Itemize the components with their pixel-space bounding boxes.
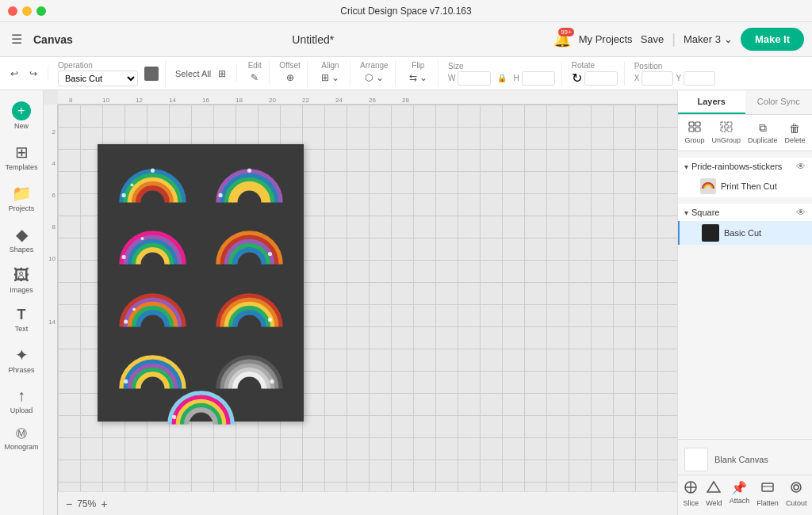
group-button[interactable]: Group xyxy=(681,120,707,146)
ruler-mark-12: 12 xyxy=(136,97,143,104)
arrange-button[interactable]: ⬡ ⌄ xyxy=(361,70,387,86)
zoom-in-button[interactable]: + xyxy=(101,498,107,510)
layer-group-pride: ▾ Pride-rainbows-stickers 👁 Print Then C… xyxy=(678,154,812,200)
sidebar-item-text[interactable]: T Text xyxy=(2,302,40,338)
delete-button[interactable]: 🗑 Delete xyxy=(781,120,808,146)
layer-item-basic-cut[interactable]: Basic Cut xyxy=(678,221,812,245)
rainbow-item-6 xyxy=(202,277,296,336)
hamburger-button[interactable]: ☰ xyxy=(8,29,25,50)
size-label: Size xyxy=(448,62,555,71)
svg-point-8 xyxy=(124,319,128,323)
ruler-v-14: 14 xyxy=(48,319,56,326)
position-y-input[interactable] xyxy=(684,71,715,86)
my-projects-button[interactable]: My Projects xyxy=(579,33,633,45)
svg-point-4 xyxy=(247,168,251,172)
pride-visibility-button[interactable]: 👁 xyxy=(796,161,806,172)
sidebar-item-shapes[interactable]: ◆ Shapes xyxy=(2,220,40,258)
svg-marker-25 xyxy=(707,482,720,492)
notification-button[interactable]: 🔔 99+ xyxy=(553,31,571,48)
select-all-button[interactable]: Select All xyxy=(175,69,211,78)
rotate-input[interactable] xyxy=(584,71,618,86)
ruler-mark-20: 20 xyxy=(269,97,276,104)
print-then-cut-thumb xyxy=(700,178,716,194)
edit-button[interactable]: ✎ xyxy=(247,70,262,86)
ruler-top: 8 10 12 14 16 18 20 22 24 26 28 xyxy=(58,90,677,105)
sidebar-item-new[interactable]: + New xyxy=(2,97,40,135)
redo-button[interactable]: ↪ xyxy=(25,66,41,82)
sidebar-item-projects-label: Projects xyxy=(9,204,35,212)
toolbar-edit: Edit ✎ xyxy=(247,61,270,86)
pride-group-name: Pride-rainbows-stickers xyxy=(691,162,793,171)
ruler-mark-14: 14 xyxy=(169,97,176,104)
svg-rect-16 xyxy=(689,128,694,132)
svg-point-5 xyxy=(121,255,125,259)
blank-canvas-thumb xyxy=(684,448,708,471)
canvas-grid[interactable] xyxy=(58,105,677,491)
chevron-down-icon: ▾ xyxy=(684,162,688,171)
offset-button[interactable]: ⊕ xyxy=(282,70,298,86)
rainbow-svg-5 xyxy=(111,280,194,332)
attach-button[interactable]: 📌 Attach xyxy=(726,479,753,509)
undo-button[interactable]: ↩ xyxy=(6,66,22,82)
toolbar-arrange: Arrange ⬡ ⌄ xyxy=(360,61,396,86)
tab-color-sync[interactable]: Color Sync xyxy=(745,90,813,114)
svg-rect-20 xyxy=(721,128,726,132)
zoom-out-button[interactable]: − xyxy=(66,498,72,510)
svg-point-3 xyxy=(218,193,222,197)
sidebar-item-upload[interactable]: ↑ Upload xyxy=(2,382,40,419)
machine-selector-button[interactable]: Maker 3 ⌄ xyxy=(684,33,733,45)
canvas-area[interactable]: 8 10 12 14 16 18 20 22 24 26 28 2 4 6 8 … xyxy=(44,90,677,515)
ruler-mark-26: 26 xyxy=(369,97,376,104)
rainbow-svg-6 xyxy=(208,280,291,332)
zoom-bar: − 75% + xyxy=(58,491,677,515)
maximize-button[interactable] xyxy=(36,6,46,16)
layer-group-square-header[interactable]: ▾ Square 👁 xyxy=(678,204,812,221)
weld-button[interactable]: Weld xyxy=(703,479,725,509)
position-label: Position xyxy=(634,62,715,71)
cutout-button[interactable]: Cutout xyxy=(783,479,810,509)
slice-icon xyxy=(684,480,698,498)
sidebar-item-new-label: New xyxy=(14,122,29,130)
sidebar-item-monogram[interactable]: Ⓜ Monogram xyxy=(2,422,40,456)
ruler-mark-18: 18 xyxy=(236,97,243,104)
size-width-input[interactable] xyxy=(458,71,491,86)
operation-select[interactable]: Basic Cut Print Then Cut Draw Score xyxy=(58,71,138,86)
layer-item-print-then-cut[interactable]: Print Then Cut xyxy=(678,175,812,197)
ruler-mark-8: 8 xyxy=(69,97,72,104)
rainbow-item-5 xyxy=(105,277,199,336)
operation-color-btn[interactable] xyxy=(144,67,159,81)
sidebar-item-templates[interactable]: ⊞ Templates xyxy=(2,138,40,176)
svg-point-28 xyxy=(791,483,801,492)
artboard[interactable] xyxy=(98,144,304,422)
slice-button[interactable]: Slice xyxy=(680,479,703,509)
tab-layers[interactable]: Layers xyxy=(678,90,745,114)
save-button[interactable]: Save xyxy=(641,33,665,45)
ruler-mark-22: 22 xyxy=(302,97,309,104)
select-all-icon-btn[interactable]: ⊞ xyxy=(214,66,230,82)
sidebar-item-projects[interactable]: 📁 Projects xyxy=(2,179,40,217)
ruler-v-6: 6 xyxy=(52,192,56,199)
close-button[interactable] xyxy=(8,6,17,16)
ungroup-button[interactable]: UnGroup xyxy=(708,120,744,146)
flip-button[interactable]: ⇆ ⌄ xyxy=(405,70,431,86)
align-button[interactable]: ⊞ ⌄ xyxy=(317,70,343,86)
weld-label: Weld xyxy=(706,499,722,507)
size-height-input[interactable] xyxy=(522,71,555,86)
layer-group-pride-header[interactable]: ▾ Pride-rainbows-stickers 👁 xyxy=(678,158,812,175)
ruler-v-4: 4 xyxy=(52,160,56,167)
minimize-button[interactable] xyxy=(22,6,32,16)
position-x-input[interactable] xyxy=(642,71,673,86)
rainbow-item-2 xyxy=(202,152,296,212)
duplicate-icon: ⧉ xyxy=(759,121,767,135)
flatten-button[interactable]: Flatten xyxy=(753,479,782,509)
slice-label: Slice xyxy=(684,499,699,507)
square-visibility-button[interactable]: 👁 xyxy=(796,207,806,218)
make-it-button[interactable]: Make It xyxy=(741,28,804,51)
sidebar-item-images[interactable]: 🖼 Images xyxy=(2,261,40,299)
svg-point-29 xyxy=(794,485,799,490)
duplicate-button[interactable]: ⧉ Duplicate xyxy=(745,120,781,146)
rainbow-svg-4 xyxy=(208,218,291,269)
sidebar-item-phrases[interactable]: ✦ Phrases xyxy=(2,341,40,379)
ruler-mark-28: 28 xyxy=(402,97,409,104)
size-lock-btn[interactable]: 🔒 xyxy=(493,71,511,85)
